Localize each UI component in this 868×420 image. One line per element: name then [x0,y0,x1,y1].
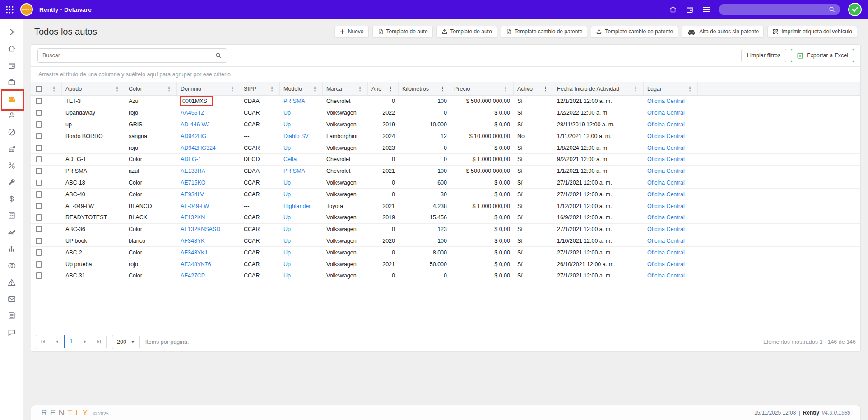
row-checkbox[interactable] [36,180,42,186]
column-header-fecha-inicio-de-actividad[interactable]: Fecha Inicio de Actividad⋮ [553,82,644,95]
last-page-button[interactable] [92,335,106,349]
column-header-lugar[interactable]: Lugar⋮ [644,82,698,95]
table-row[interactable]: UP bookblancoAF348YKCCARUpVolkswagen2020… [31,235,860,247]
row-checkbox[interactable] [36,272,42,279]
next-page-button[interactable] [78,335,92,349]
row-checkbox[interactable] [36,249,42,256]
sidebar-item-expand[interactable] [3,23,21,40]
table-row[interactable]: Bordo BORDOsangriaAD942HG---Diablo SVLam… [31,130,860,142]
table-row[interactable]: TET-3Azul0001MXSCDAAPRISMAChevrolet0100$… [31,96,860,107]
table-row[interactable]: AF-049-LWBLANCOAF-049-LW---HighlanderToy… [31,200,860,212]
column-menu-icon[interactable]: ⋮ [50,86,58,92]
column-header-modelo[interactable]: Modelo⋮ [280,82,323,95]
sidebar-item-wrench[interactable] [3,174,21,190]
sidebar-item-rings[interactable] [3,257,21,274]
table-row[interactable]: ABC-40ColorAE934LVCCARUpVolkswagen030$ 0… [31,189,860,200]
table-row[interactable]: ABC-2ColorAF348YK1CCARUpVolkswagen08.000… [31,247,860,258]
column-menu-icon[interactable]: ⋮ [228,86,236,92]
sidebar-item-car-alert[interactable] [3,140,21,157]
row-checkbox[interactable] [36,226,42,232]
sidebar-item-home[interactable] [3,40,21,57]
row-checkbox[interactable] [36,261,42,268]
row-checkbox[interactable] [36,98,42,104]
column-header-a-o[interactable]: Año⋮ [368,82,399,95]
first-page-button[interactable] [36,335,50,349]
menu-icon[interactable] [702,5,711,14]
row-checkbox[interactable] [36,156,42,162]
row-checkbox[interactable] [36,191,42,198]
select-all-checkbox[interactable] [36,86,42,92]
sidebar-item-list[interactable] [3,307,21,324]
toolbar-button-alta-de-autos-sin-patente-5[interactable]: Alta de autos sin patente [682,26,764,38]
column-menu-icon[interactable]: ⋮ [113,86,121,92]
app-grid-icon[interactable] [5,5,14,14]
column-menu-icon[interactable]: ⋮ [542,86,549,92]
column-menu-icon[interactable]: ⋮ [632,86,640,92]
table-row[interactable]: ABC-18ColorAE715KOCCARUpVolkswagen0600$ … [31,177,860,189]
sidebar-item-calendar[interactable] [3,57,21,74]
column-menu-icon[interactable]: ⋮ [268,86,276,92]
toolbar-button-template-cambio-de-patente-4[interactable]: Template cambio de patente [591,26,678,38]
row-checkbox[interactable] [36,121,42,128]
toolbar-button-template-de-auto-2[interactable]: Template de auto [436,26,497,38]
export-excel-button[interactable]: Exportar a Excel [791,49,854,62]
table-row[interactable]: PRISMAazulAE138RACDAAPRISMAChevrolet2021… [31,166,860,177]
sidebar-item-bar-chart[interactable] [3,240,21,257]
table-row[interactable]: UpandawayrojoAA456TZCCARUpVolkswagen2022… [31,107,860,119]
column-header-kil-metros[interactable]: Kilómetros⋮ [399,82,450,95]
home-icon[interactable] [668,5,678,14]
current-page[interactable]: 1 [64,335,78,348]
sidebar-item-person[interactable] [3,107,21,124]
toolbar-button-template-cambio-de-patente-3[interactable]: Template cambio de patente [501,26,588,38]
table-row[interactable]: ABC-36ColorAF132KNSASDCCARUpVolkswagen01… [31,224,860,235]
row-checkbox[interactable] [36,214,42,221]
calendar-icon[interactable] [686,5,694,14]
column-header-apodo[interactable]: Apodo⋮ [62,82,125,95]
row-checkbox[interactable] [36,238,42,244]
column-header-color[interactable]: Color⋮ [125,82,177,95]
row-checkbox[interactable] [36,110,42,116]
status-check-badge[interactable] [848,3,862,16]
prev-page-button[interactable] [50,335,64,349]
grid-search[interactable] [37,48,227,63]
column-menu-icon[interactable]: ⋮ [686,86,694,92]
toolbar-button-nuevo-0[interactable]: Nuevo [334,26,369,38]
row-checkbox[interactable] [36,168,42,174]
column-menu-icon[interactable]: ⋮ [311,86,319,92]
column-menu-icon[interactable]: ⋮ [439,86,446,92]
table-row[interactable]: rojoAD942HG324CCARUpVolkswagen20230$ 0,0… [31,142,860,154]
sidebar-item-chat[interactable] [3,324,21,341]
column-header-marca[interactable]: Marca⋮ [323,82,368,95]
search-icon[interactable] [828,6,836,13]
column-menu-icon[interactable]: ⋮ [502,86,510,92]
page-size-select[interactable]: 200 ▼ [112,335,140,349]
sidebar-item-cars[interactable] [3,90,21,107]
global-search[interactable] [719,4,840,15]
column-menu-icon[interactable]: ⋮ [165,86,173,92]
toolbar-button-imprimir-etiqueta-del-veh-culo-6[interactable]: Imprimir etiqueta del vehículo [767,26,857,38]
sidebar-item-mail[interactable] [3,291,21,307]
global-search-input[interactable] [724,6,826,13]
row-checkbox[interactable] [36,203,42,209]
group-drop-zone[interactable]: Arrastre el título de una columna y suél… [31,66,860,82]
clear-filters-button[interactable]: Limpiar filtros [741,49,786,62]
sidebar-item-percent[interactable] [3,157,21,174]
column-header-precio[interactable]: Precio⋮ [450,82,514,95]
column-header-sipp[interactable]: SIPP⋮ [240,82,280,95]
sidebar-item-briefcase[interactable] [3,74,21,90]
toolbar-button-template-de-auto-1[interactable]: Template de auto [372,26,433,38]
table-row[interactable]: Up pruebarojoAF348YK76CCARUpVolkswagen20… [31,258,860,270]
row-checkbox[interactable] [36,145,42,151]
sidebar-item-dollar[interactable] [3,190,21,207]
table-row[interactable]: upGRISAD-446-WJCCARUpVolkswagen201910.00… [31,119,860,131]
sidebar-item-warning[interactable] [3,274,21,291]
column-header-dominio[interactable]: Dominio⋮ [177,82,240,95]
column-menu-icon[interactable]: ⋮ [387,86,395,92]
search-icon[interactable] [215,52,222,59]
column-menu-icon[interactable]: ⋮ [356,86,364,92]
table-row[interactable]: READYTOTESTBLACKAF132KNCCARUpVolkswagen2… [31,212,860,224]
row-checkbox[interactable] [36,133,42,139]
avatar[interactable]: RENTLY [20,3,33,16]
sidebar-item-trend[interactable] [3,224,21,240]
table-row[interactable]: ADFG-1ColorADFG-1DECDCeltaChevrolet00$ 1… [31,154,860,166]
